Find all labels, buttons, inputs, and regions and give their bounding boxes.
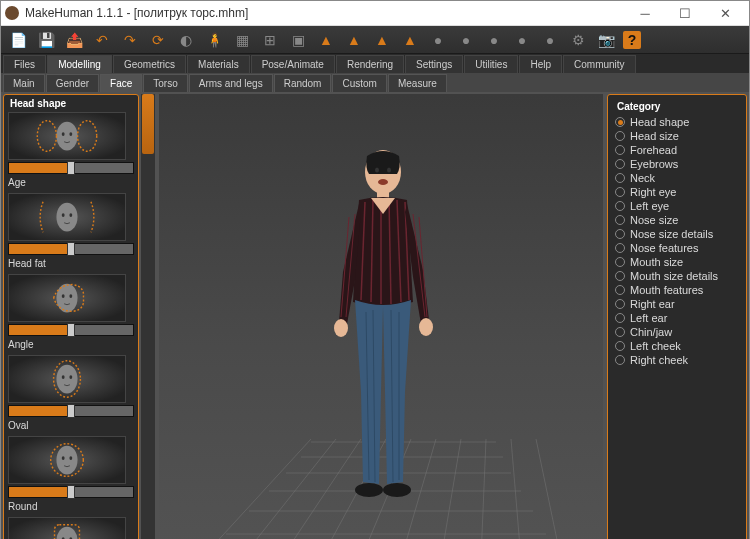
help-icon[interactable]: ? bbox=[623, 31, 641, 49]
radio-icon bbox=[615, 271, 625, 281]
radio-icon bbox=[615, 173, 625, 183]
category-rightear[interactable]: Right ear bbox=[611, 297, 743, 311]
category-label: Right ear bbox=[630, 298, 675, 310]
titlebar[interactable]: MakeHuman 1.1.1 - [политрук торс.mhm] ─ … bbox=[1, 1, 749, 26]
scrollbar-thumb[interactable] bbox=[142, 94, 154, 154]
left-scrollbar[interactable] bbox=[141, 94, 155, 539]
sphere2-icon[interactable]: ● bbox=[455, 29, 477, 51]
save-icon[interactable]: 💾 bbox=[35, 29, 57, 51]
refresh-icon[interactable]: ⟳ bbox=[147, 29, 169, 51]
tab-rendering[interactable]: Rendering bbox=[336, 55, 404, 73]
shape-scroll[interactable]: Age Head fat Angle Oval Round Rectangula… bbox=[4, 112, 138, 539]
camera-icon[interactable]: 📷 bbox=[595, 29, 617, 51]
category-nosefeatures[interactable]: Nose features bbox=[611, 241, 743, 255]
sphere3-icon[interactable]: ● bbox=[483, 29, 505, 51]
svg-point-42 bbox=[387, 168, 391, 173]
category-eyebrows[interactable]: Eyebrows bbox=[611, 157, 743, 171]
export-icon[interactable]: 📤 bbox=[63, 29, 85, 51]
tab-settings[interactable]: Settings bbox=[405, 55, 463, 73]
shape-thumb[interactable] bbox=[8, 355, 126, 403]
tab-poseanimate[interactable]: Pose/Animate bbox=[251, 55, 335, 73]
shape-slider[interactable] bbox=[8, 405, 134, 417]
tab-files[interactable]: Files bbox=[3, 55, 46, 73]
settings-icon[interactable]: ⚙ bbox=[567, 29, 589, 51]
subtab-main[interactable]: Main bbox=[3, 74, 45, 92]
category-mouthsize[interactable]: Mouth size bbox=[611, 255, 743, 269]
tab-utilities[interactable]: Utilities bbox=[464, 55, 518, 73]
subtab-face[interactable]: Face bbox=[100, 74, 142, 92]
smooth-icon[interactable]: ◐ bbox=[175, 29, 197, 51]
slider-thumb[interactable] bbox=[67, 323, 75, 337]
category-neck[interactable]: Neck bbox=[611, 171, 743, 185]
shape-slider[interactable] bbox=[8, 162, 134, 174]
main-tabs: FilesModellingGeometricsMaterialsPose/An… bbox=[1, 54, 749, 73]
shape-slider[interactable] bbox=[8, 486, 134, 498]
tab-community[interactable]: Community bbox=[563, 55, 636, 73]
svg-point-9 bbox=[62, 294, 65, 298]
category-list: Head shapeHead sizeForeheadEyebrowsNeckR… bbox=[611, 115, 743, 367]
category-leftcheek[interactable]: Left cheek bbox=[611, 339, 743, 353]
sphere5-icon[interactable]: ● bbox=[539, 29, 561, 51]
category-leftear[interactable]: Left ear bbox=[611, 311, 743, 325]
character-model bbox=[291, 142, 471, 522]
file-icon[interactable]: 📄 bbox=[7, 29, 29, 51]
category-mouthsizedetails[interactable]: Mouth size details bbox=[611, 269, 743, 283]
shape-thumb[interactable] bbox=[8, 436, 126, 484]
category-chinjaw[interactable]: Chin/jaw bbox=[611, 325, 743, 339]
wire-icon[interactable]: ▦ bbox=[231, 29, 253, 51]
svg-point-0 bbox=[56, 122, 77, 151]
tab-help[interactable]: Help bbox=[519, 55, 562, 73]
subtab-random[interactable]: Random bbox=[274, 74, 332, 92]
svg-point-7 bbox=[69, 213, 72, 217]
close-button[interactable]: ✕ bbox=[705, 1, 745, 25]
radio-icon bbox=[615, 243, 625, 253]
tab-materials[interactable]: Materials bbox=[187, 55, 250, 73]
tab-modelling[interactable]: Modelling bbox=[47, 55, 112, 73]
redo-icon[interactable]: ↷ bbox=[119, 29, 141, 51]
maximize-button[interactable]: ☐ bbox=[665, 1, 705, 25]
category-lefteye[interactable]: Left eye bbox=[611, 199, 743, 213]
shape-thumb[interactable] bbox=[8, 274, 126, 322]
radio-icon bbox=[615, 341, 625, 351]
undo-icon[interactable]: ↶ bbox=[91, 29, 113, 51]
slider-thumb[interactable] bbox=[67, 161, 75, 175]
category-righteye[interactable]: Right eye bbox=[611, 185, 743, 199]
axis-y-icon[interactable]: ▲ bbox=[343, 29, 365, 51]
shape-item: Rectangular bbox=[8, 517, 134, 539]
viewport-3d[interactable] bbox=[159, 94, 603, 539]
shape-label: Age bbox=[8, 176, 134, 191]
shape-thumb[interactable] bbox=[8, 517, 126, 539]
category-nosesize[interactable]: Nose size bbox=[611, 213, 743, 227]
slider-thumb[interactable] bbox=[67, 242, 75, 256]
category-forehead[interactable]: Forehead bbox=[611, 143, 743, 157]
category-headshape[interactable]: Head shape bbox=[611, 115, 743, 129]
right-panel: Category Head shapeHead sizeForeheadEyeb… bbox=[607, 94, 747, 539]
shape-slider[interactable] bbox=[8, 324, 134, 336]
pose-icon[interactable]: 🧍 bbox=[203, 29, 225, 51]
subtab-custom[interactable]: Custom bbox=[332, 74, 386, 92]
sphere4-icon[interactable]: ● bbox=[511, 29, 533, 51]
checker-icon[interactable]: ▣ bbox=[287, 29, 309, 51]
category-headsize[interactable]: Head size bbox=[611, 129, 743, 143]
radio-icon bbox=[615, 285, 625, 295]
axis-z-icon[interactable]: ▲ bbox=[371, 29, 393, 51]
category-nosesizedetails[interactable]: Nose size details bbox=[611, 227, 743, 241]
slider-thumb[interactable] bbox=[67, 404, 75, 418]
minimize-button[interactable]: ─ bbox=[625, 1, 665, 25]
subtab-measure[interactable]: Measure bbox=[388, 74, 447, 92]
axis-w-icon[interactable]: ▲ bbox=[399, 29, 421, 51]
tab-geometrics[interactable]: Geometrics bbox=[113, 55, 186, 73]
category-mouthfeatures[interactable]: Mouth features bbox=[611, 283, 743, 297]
subtab-armsandlegs[interactable]: Arms and legs bbox=[189, 74, 273, 92]
shape-thumb[interactable] bbox=[8, 193, 126, 241]
axis-x-icon[interactable]: ▲ bbox=[315, 29, 337, 51]
slider-thumb[interactable] bbox=[67, 485, 75, 499]
shape-thumb[interactable] bbox=[8, 112, 126, 160]
grid-icon[interactable]: ⊞ bbox=[259, 29, 281, 51]
subtab-gender[interactable]: Gender bbox=[46, 74, 99, 92]
sphere1-icon[interactable]: ● bbox=[427, 29, 449, 51]
category-rightcheek[interactable]: Right cheek bbox=[611, 353, 743, 367]
shape-slider[interactable] bbox=[8, 243, 134, 255]
subtab-torso[interactable]: Torso bbox=[143, 74, 187, 92]
right-panel-header: Category bbox=[611, 98, 743, 115]
